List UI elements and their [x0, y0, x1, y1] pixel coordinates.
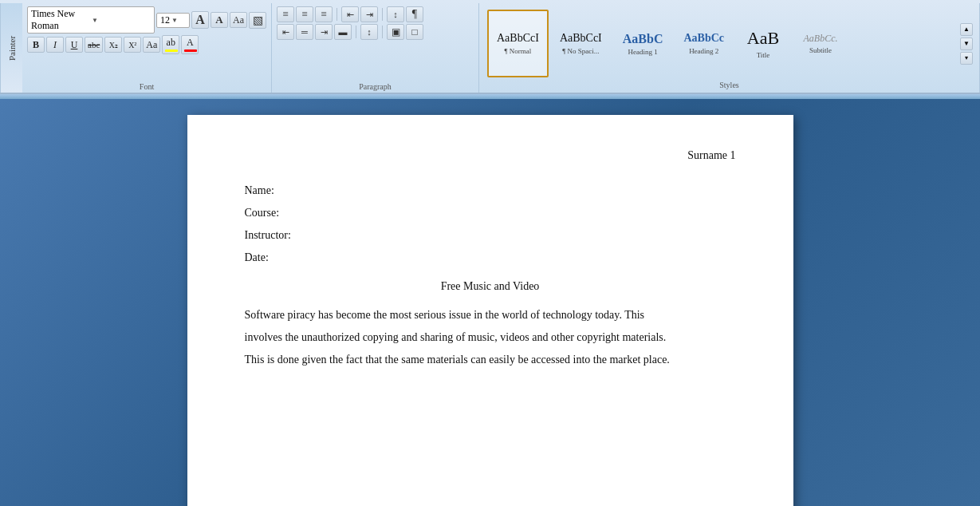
- para-sep2: [382, 8, 383, 21]
- justify-icon: ▬: [339, 27, 348, 37]
- font-color-indicator: [184, 49, 197, 52]
- style-subtitle[interactable]: AaBbCc. Subtitle: [793, 10, 848, 77]
- line-spacing-icon: ↕: [367, 27, 372, 37]
- strikethrough-label: abc: [88, 40, 100, 49]
- style-heading2-preview: AaBbCc: [683, 32, 724, 45]
- para-sep1: [337, 8, 337, 21]
- numbering-button[interactable]: ≡: [296, 6, 313, 22]
- name-line: Name:: [245, 180, 736, 202]
- font-size-arrow: ▼: [171, 17, 178, 24]
- title-text: Free Music and Video: [441, 280, 540, 292]
- page-body: Name: Course: Instructor: Date: Free Mus…: [245, 180, 736, 371]
- clear-formatting-button[interactable]: ▧: [249, 12, 266, 29]
- subscript-button[interactable]: X₂: [104, 37, 122, 53]
- style-normal-preview: AaBbCcI: [497, 32, 539, 45]
- align-left-icon: ⇤: [282, 27, 289, 38]
- change-case-label2: Aa: [146, 39, 157, 51]
- style-heading2-label: Heading 2: [689, 47, 718, 55]
- show-marks-button[interactable]: ¶: [406, 6, 423, 22]
- highlight-label: ab: [167, 37, 175, 49]
- align-right-icon: ⇥: [321, 27, 328, 38]
- numbering-icon: ≡: [301, 8, 307, 21]
- change-case-btn2[interactable]: Aa: [143, 37, 160, 53]
- font-shrink-button[interactable]: A: [211, 12, 228, 28]
- date-line: Date:: [245, 247, 736, 269]
- align-center-button[interactable]: ═: [296, 24, 313, 40]
- multilevel-icon: ≡: [321, 8, 326, 21]
- shading-icon: ▣: [392, 26, 400, 38]
- borders-button[interactable]: □: [406, 24, 423, 40]
- style-title[interactable]: AaB Title: [735, 10, 791, 77]
- bold-button[interactable]: B: [27, 37, 45, 53]
- font-grow-label: A: [195, 13, 205, 27]
- increase-indent-button[interactable]: ⇥: [360, 6, 378, 22]
- style-heading1-label: Heading 1: [628, 48, 658, 56]
- font-grow-button[interactable]: A: [191, 11, 209, 29]
- font-name-dropdown[interactable]: Times New Roman ▼: [27, 6, 155, 34]
- bold-label: B: [33, 39, 39, 51]
- align-right-button[interactable]: ⇥: [315, 24, 333, 40]
- para-sep3: [356, 26, 356, 38]
- page-header: Surname 1: [245, 147, 736, 164]
- painter-label: Painter: [7, 35, 17, 60]
- font-color-button[interactable]: A: [181, 35, 199, 54]
- shading-button[interactable]: ▣: [387, 24, 404, 40]
- style-normal[interactable]: AaBbCcI ¶ Normal: [487, 10, 549, 77]
- line-spacing-button[interactable]: ↕: [360, 24, 378, 40]
- highlight-indicator: [165, 49, 178, 52]
- font-section: Times New Roman ▼ 12 ▼ A A Aa ▧: [22, 3, 272, 93]
- clear-icon: ▧: [253, 14, 263, 27]
- italic-button[interactable]: I: [46, 37, 64, 53]
- borders-icon: □: [411, 26, 417, 38]
- style-heading2[interactable]: AaBbCc Heading 2: [674, 10, 734, 77]
- styles-section: AaBbCcI ¶ Normal AaBbCcI ¶ No Spaci... A…: [479, 3, 980, 93]
- underline-button[interactable]: U: [65, 37, 83, 53]
- course-label: Course:: [245, 207, 280, 219]
- show-marks-icon: ¶: [412, 8, 417, 21]
- decrease-indent-icon: ⇤: [347, 10, 354, 20]
- course-line: Course:: [245, 202, 736, 224]
- paragraph-section: ≡ ≡ ≡ ⇤ ⇥ ↕ ¶: [272, 3, 479, 93]
- document-title: Free Music and Video: [245, 275, 736, 298]
- justify-button[interactable]: ▬: [334, 24, 352, 40]
- style-subtitle-label: Subtitle: [809, 46, 832, 54]
- instructor-line: Instructor:: [245, 224, 736, 247]
- style-no-spacing[interactable]: AaBbCcI ¶ No Spaci...: [550, 10, 612, 77]
- styles-expand[interactable]: ▾: [960, 52, 973, 65]
- font-color-label: A: [187, 37, 194, 49]
- change-case-button[interactable]: Aa: [230, 12, 247, 28]
- sort-button[interactable]: ↕: [387, 6, 404, 22]
- styles-scroll-down[interactable]: ▼: [960, 38, 973, 50]
- superscript-button[interactable]: X²: [124, 37, 141, 53]
- format-painter-button[interactable]: Painter: [0, 3, 22, 93]
- style-title-preview: AaB: [747, 28, 779, 49]
- superscript-label: X²: [128, 41, 136, 49]
- align-left-button[interactable]: ⇤: [277, 24, 294, 40]
- font-size-dropdown[interactable]: 12 ▼: [156, 13, 190, 28]
- increase-indent-icon: ⇥: [366, 10, 373, 20]
- highlight-color-button[interactable]: ab: [162, 35, 179, 54]
- style-heading1-preview: AaBbC: [623, 31, 663, 46]
- date-label: Date:: [245, 251, 269, 263]
- paragraph-section-label: Paragraph: [277, 81, 474, 91]
- paragraph1: Software piracy has become the most seri…: [245, 304, 736, 326]
- style-no-spacing-label: ¶ No Spaci...: [562, 47, 599, 55]
- multilevel-button[interactable]: ≡: [315, 6, 333, 22]
- style-heading1[interactable]: AaBbC Heading 1: [613, 10, 673, 77]
- bullets-button[interactable]: ≡: [277, 6, 294, 22]
- decrease-indent-button[interactable]: ⇤: [341, 6, 359, 22]
- strikethrough-button[interactable]: abc: [85, 37, 103, 53]
- paragraph1-text: Software piracy has become the most seri…: [245, 309, 645, 321]
- paragraph2: involves the unauthorized copying and sh…: [245, 326, 736, 349]
- header-text: Surname 1: [687, 149, 735, 161]
- style-title-label: Title: [757, 51, 770, 59]
- paragraph3-text: This is done given the fact that the sam…: [245, 354, 670, 366]
- style-normal-label: ¶ Normal: [505, 47, 532, 55]
- underline-label: U: [71, 39, 78, 51]
- document-area: Surname 1 Name: Course: Instructor: Date…: [0, 99, 980, 506]
- document-page[interactable]: Surname 1 Name: Course: Instructor: Date…: [187, 115, 793, 506]
- subscript-label: X₂: [109, 41, 118, 49]
- para-sep4: [382, 26, 383, 38]
- styles-scroll-up[interactable]: ▲: [960, 23, 973, 36]
- italic-label: I: [53, 39, 57, 51]
